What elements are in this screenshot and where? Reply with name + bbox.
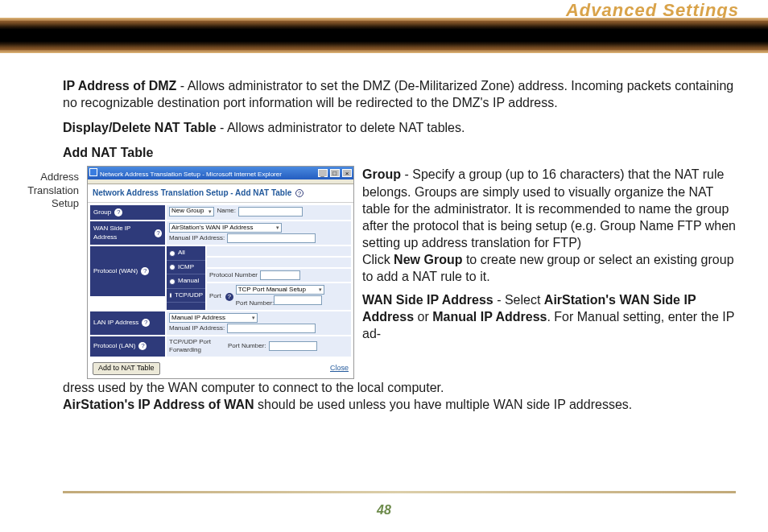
label-port-number: Port Number: bbox=[236, 299, 275, 307]
dialog-heading: Network Address Translation Setup - Add … bbox=[88, 184, 353, 202]
footer-divider bbox=[63, 491, 736, 493]
window-min-button[interactable]: _ bbox=[318, 169, 328, 177]
text-group: - Specify a group (up to 16 characters) … bbox=[362, 167, 736, 249]
help-icon[interactable]: ? bbox=[225, 293, 233, 301]
select-group[interactable]: New Group bbox=[169, 207, 214, 217]
add-to-nat-button[interactable]: Add to NAT Table bbox=[93, 362, 160, 375]
label-protocol-lan: Protocol (LAN)? bbox=[89, 336, 166, 357]
dialog-heading-prefix: Network Address Translation Setup - bbox=[93, 188, 235, 197]
paragraph-wan: WAN Side IP Address - Select AirStation'… bbox=[362, 291, 736, 342]
input-group-name[interactable] bbox=[238, 207, 303, 217]
help-icon[interactable]: ? bbox=[141, 267, 149, 275]
paragraph-dmz: IP Address of DMZ - Allows administrator… bbox=[63, 77, 736, 111]
window-close-button[interactable]: × bbox=[342, 169, 352, 177]
help-icon[interactable]: ? bbox=[142, 319, 150, 327]
page-number: 48 bbox=[0, 503, 768, 518]
radio-all[interactable]: All bbox=[167, 246, 205, 261]
term-display-delete-nat: Display/Delete NAT Table bbox=[63, 121, 217, 134]
label-protocol-wan: Protocol (WAN)? bbox=[89, 245, 166, 297]
help-icon[interactable]: ? bbox=[295, 189, 303, 197]
label-port: Port bbox=[209, 292, 221, 301]
label-protocol-number: Protocol Number bbox=[209, 271, 258, 280]
content-area: IP Address of DMZ - Allows administrator… bbox=[63, 77, 736, 413]
paragraph-wan-continued: dress used by the WAN computer to connec… bbox=[63, 379, 736, 396]
term-wan-side-ip: WAN Side IP Address bbox=[362, 293, 493, 307]
text-click-pre: Click bbox=[362, 253, 394, 266]
text-display-delete-nat: - Allows administrator to delete NAT tab… bbox=[217, 121, 465, 134]
input-port-number[interactable] bbox=[274, 295, 322, 305]
input-lan-port-number[interactable] bbox=[269, 341, 317, 351]
paragraph-airstation: AirStation's IP Address of WAN should be… bbox=[63, 396, 736, 413]
window-titlebar: Network Address Translation Setup - Micr… bbox=[88, 167, 353, 179]
window-max-button[interactable]: □ bbox=[330, 169, 340, 177]
input-wan-manual-ip[interactable] bbox=[227, 233, 316, 243]
term-dmz: IP Address of DMZ bbox=[63, 79, 176, 93]
paragraph-group: Group - Specify a group (up to 16 charac… bbox=[362, 166, 736, 285]
help-icon[interactable]: ? bbox=[138, 342, 147, 350]
label-lan-ip: LAN IP Address? bbox=[89, 311, 166, 336]
radio-tcpudp[interactable]: TCP/UDP bbox=[167, 289, 205, 303]
label-group: Group? bbox=[89, 204, 166, 221]
term-new-group: New Group bbox=[394, 253, 462, 266]
select-lan-ip[interactable]: Manual IP Address bbox=[169, 313, 258, 323]
label-wan-ip: WAN Side IP Address? bbox=[89, 221, 166, 245]
text-airstation-post: should be used unless you have multiple … bbox=[254, 398, 633, 411]
radio-manual[interactable]: Manual bbox=[167, 274, 205, 289]
dialog-heading-add: Add NAT Table bbox=[235, 188, 291, 197]
help-icon[interactable]: ? bbox=[114, 208, 122, 217]
caption-line: Address bbox=[14, 171, 79, 184]
header-accent-bar bbox=[0, 21, 768, 50]
heading-add-nat-table: Add NAT Table bbox=[63, 144, 736, 161]
input-protocol-number[interactable] bbox=[260, 270, 300, 280]
text-wan-or: or bbox=[414, 310, 432, 324]
help-icon[interactable]: ? bbox=[155, 229, 162, 237]
term-manual-ip: Manual IP Address bbox=[432, 310, 547, 324]
text-wan-dash: - Select bbox=[493, 293, 544, 307]
close-link[interactable]: Close bbox=[330, 364, 349, 373]
window-buttons: _ □ × bbox=[317, 169, 352, 179]
term-group: Group bbox=[362, 167, 401, 181]
nat-setup-screenshot: Network Address Translation Setup - Micr… bbox=[87, 166, 354, 378]
window-title-text: Network Address Translation Setup - Micr… bbox=[100, 171, 282, 178]
label-lan-port-forwarding: TCP/UDP Port Forwarding bbox=[169, 338, 225, 355]
select-port[interactable]: TCP Port Manual Setup bbox=[236, 285, 324, 295]
select-wan-ip[interactable]: AirStation's WAN IP Address bbox=[169, 223, 282, 233]
caption-line: Translation bbox=[14, 184, 79, 197]
label-lan-port-number: Port Number: bbox=[228, 342, 266, 351]
paragraph-nat-table: Display/Delete NAT Table - Allows admini… bbox=[63, 119, 736, 136]
screenshot-caption: Address Translation Setup bbox=[14, 166, 79, 210]
term-airstation-ip-of-wan: AirStation's IP Address of WAN bbox=[63, 398, 254, 411]
radio-icmp[interactable]: ICMP bbox=[167, 261, 205, 275]
label-wan-manual-ip: Manual IP Address: bbox=[169, 234, 225, 243]
label-group-name: Name: bbox=[217, 207, 236, 216]
input-lan-manual-ip[interactable] bbox=[227, 324, 316, 333]
caption-line: Setup bbox=[14, 197, 79, 210]
ie-icon bbox=[89, 168, 97, 176]
label-lan-manual-ip: Manual IP Address: bbox=[169, 324, 225, 333]
